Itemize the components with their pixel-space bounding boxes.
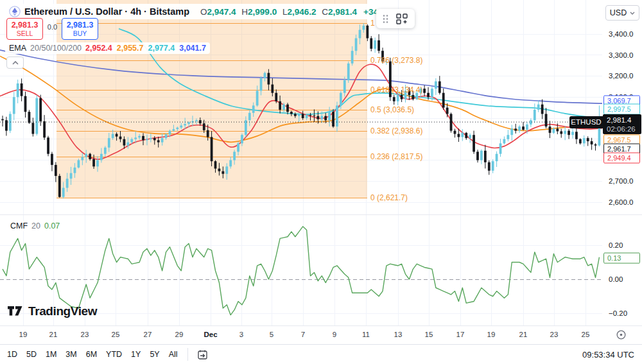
cmf-indicator-legend[interactable]: CMF 20 0.07 [8, 221, 62, 231]
change-value: +34.4 (+1.1 [363, 7, 376, 17]
floating-toolbar[interactable] [376, 9, 415, 28]
current-price-label: 2,981.4 02:06:26 [603, 114, 641, 134]
bar-countdown: 02:06:26 [607, 125, 641, 134]
ema-value: 2,952.4 [85, 44, 112, 53]
time-axis-label: 23 [550, 331, 559, 338]
tradingview-logo[interactable]: TradingView [8, 304, 97, 318]
buy-price: 2,981.3 [67, 21, 94, 30]
tradingview-chart-window: Ethereum / U.S. Dollar · 4h · Bitstamp O… [0, 0, 642, 364]
symbol-price-tag: ETHUSD [569, 116, 603, 128]
cmf-value: 0.07 [44, 221, 60, 230]
open-value: 2,947.4 [207, 7, 236, 17]
time-axis-label: 21 [519, 331, 528, 338]
time-axis-label: 5 [270, 331, 273, 338]
low-value: 2,946.2 [287, 7, 316, 17]
ema-value: 3,041.7 [179, 44, 206, 53]
time-axis-label: 15 [425, 331, 433, 338]
time-axis-label: 25 [112, 331, 120, 338]
price-tick: 3,400.0 [609, 30, 633, 38]
price-tick: 2,700.0 [609, 177, 633, 185]
current-price: 2,981.4 [607, 116, 641, 125]
price-tick: 2,600.0 [609, 198, 633, 206]
tradingview-mark-icon [8, 306, 23, 316]
range-button-3m[interactable]: 3M [61, 348, 81, 361]
fib-level-label: 0.786 (3,273.8) [370, 56, 422, 65]
time-axis-label: 19 [487, 331, 496, 338]
ohlc-readout: O2,947.4 H2,999.0 L2,946.2 C2,981.4 [197, 7, 357, 17]
range-button-ytd[interactable]: YTD [101, 348, 126, 361]
drag-handle-icon[interactable] [383, 14, 388, 24]
time-axis-label: 19 [19, 331, 28, 338]
time-axis-label: 7 [301, 331, 305, 338]
ema-value: 2,977.4 [148, 44, 175, 53]
chevron-up-icon [12, 61, 19, 65]
clock: 09:53:34 UTC [582, 350, 634, 360]
cmf-value-badge: 0.13 [603, 253, 640, 264]
fib-level-label: 0 (2,621.7) [370, 193, 408, 202]
cmf-axis-tick: −0.20 [609, 309, 627, 317]
symbol-title: Ethereum / U.S. Dollar · 4h · Bitstamp [24, 6, 189, 17]
ema-values: 2,952.42,955.72,977.43,041.7 [85, 44, 206, 53]
cmf-axis-tick: 0.00 [609, 275, 623, 283]
fib-level-label: 0.618 (3,134.4) [370, 85, 422, 94]
range-button-5d[interactable]: 5D [22, 348, 41, 361]
cmf-axis-tick: 0.20 [609, 241, 623, 249]
range-button-6m[interactable]: 6M [82, 348, 101, 361]
close-value: 2,981.4 [328, 7, 357, 17]
range-button-1m[interactable]: 1M [41, 348, 61, 361]
time-axis-label: 21 [49, 331, 58, 338]
time-axis-label: 23 [81, 331, 89, 338]
range-button-all[interactable]: All [164, 348, 182, 361]
pane-separator[interactable] [0, 214, 642, 215]
time-axis-label: 3 [239, 331, 243, 338]
price-tick: 3,200.0 [609, 72, 633, 80]
currency-selector[interactable]: USD [605, 5, 639, 21]
sell-price: 2,981.3 [12, 21, 39, 30]
chevron-down-icon [630, 12, 635, 15]
time-axis-label: 29 [175, 331, 184, 338]
time-axis-label: 17 [456, 331, 465, 338]
high-value: 2,999.0 [248, 7, 277, 17]
time-axis-label: 9 [333, 331, 336, 338]
collapse-legend-button[interactable] [6, 56, 24, 69]
sell-button[interactable]: 2,981.3 SELL [6, 18, 43, 40]
fib-level-label: 1 [370, 19, 375, 28]
price-line-badge: 2,949.4 [603, 153, 640, 164]
spread-value: 0.0 [43, 23, 62, 31]
time-axis-label: 25 [582, 331, 590, 338]
ethereum-logo-icon [9, 6, 21, 17]
price-tick: 3,300.0 [609, 51, 633, 59]
bottom-toolbar: 1D5D1M3M6MYTD1Y5YAll 09:53:34 UTC [0, 344, 642, 364]
symbol-legend[interactable]: Ethereum / U.S. Dollar · 4h · Bitstamp O… [5, 4, 376, 19]
add-layout-icon[interactable] [395, 12, 408, 25]
ema-value: 2,955.7 [117, 44, 144, 53]
range-button-1d[interactable]: 1D [3, 348, 22, 361]
time-axis[interactable]: 192123252729Dec35791113151719212325 [0, 325, 642, 344]
range-button-1y[interactable]: 1Y [126, 348, 145, 361]
fib-level-label: 0.236 (2,817.5) [370, 152, 422, 161]
go-to-date-button[interactable] [193, 348, 212, 361]
timezone-settings-icon[interactable] [616, 329, 627, 340]
time-axis-label: 27 [144, 331, 152, 338]
range-button-5y[interactable]: 5Y [145, 348, 164, 361]
toolbar-divider [187, 348, 188, 361]
fib-level-label: 0.382 (2,938.6) [370, 126, 422, 135]
calendar-icon [197, 349, 208, 360]
fib-level-label: 0.5 (3,036.5) [370, 105, 414, 114]
time-axis-label: 11 [362, 331, 370, 338]
ema-legend[interactable]: EMA 20/50/100/200 2,952.42,955.72,977.43… [5, 42, 210, 54]
time-axis-label: 13 [394, 331, 403, 338]
price-line-badge: 2,997.5 [603, 104, 640, 115]
buy-button[interactable]: 2,981.3 BUY [62, 18, 98, 40]
range-buttons: 1D5D1M3M6MYTD1Y5YAll [3, 348, 182, 361]
time-axis-label: Dec [204, 331, 217, 338]
